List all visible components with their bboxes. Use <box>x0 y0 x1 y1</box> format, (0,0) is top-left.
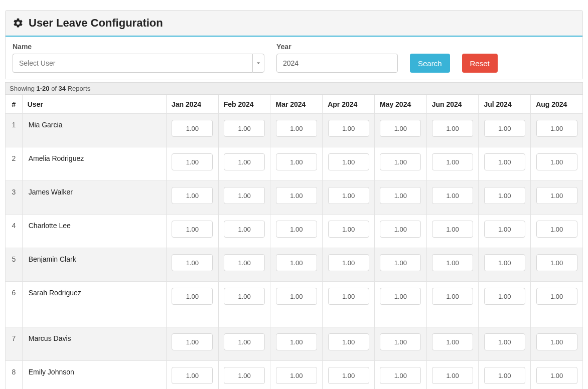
leave-value-input[interactable] <box>172 187 213 204</box>
leave-value-input[interactable] <box>224 254 265 271</box>
leave-value-input[interactable] <box>484 288 525 305</box>
summary-bar: Showing 1-20 of 34 Reports <box>5 82 583 95</box>
leave-value-input[interactable] <box>432 187 473 204</box>
row-index: 2 <box>6 147 23 181</box>
row-value-cell <box>374 282 426 327</box>
leave-value-input[interactable] <box>328 288 369 305</box>
leave-value-input[interactable] <box>172 367 213 384</box>
leave-value-input[interactable] <box>328 221 369 238</box>
row-value-cell <box>374 181 426 215</box>
leave-value-input[interactable] <box>172 120 213 137</box>
search-button[interactable]: Search <box>410 54 450 73</box>
leave-value-input[interactable] <box>380 120 421 137</box>
leave-value-input[interactable] <box>432 221 473 238</box>
leave-value-input[interactable] <box>536 153 577 170</box>
leave-value-input[interactable] <box>172 333 213 350</box>
leave-value-input[interactable] <box>484 221 525 238</box>
table-row: 2Amelia Rodriguez <box>6 147 583 181</box>
leave-value-input[interactable] <box>432 367 473 384</box>
leave-value-input[interactable] <box>224 288 265 305</box>
leave-value-input[interactable] <box>224 187 265 204</box>
leave-value-input[interactable] <box>328 367 369 384</box>
leave-value-input[interactable] <box>328 153 369 170</box>
row-value-cell <box>426 147 479 181</box>
leave-value-input[interactable] <box>536 120 577 137</box>
leave-value-input[interactable] <box>380 333 421 350</box>
leave-value-input[interactable] <box>276 120 317 137</box>
leave-value-input[interactable] <box>432 254 473 271</box>
leave-value-input[interactable] <box>276 367 317 384</box>
leave-value-input[interactable] <box>276 254 317 271</box>
leave-value-input[interactable] <box>484 153 525 170</box>
summary-total: 34 <box>59 85 66 92</box>
leave-value-input[interactable] <box>276 333 317 350</box>
leave-value-input[interactable] <box>536 288 577 305</box>
leave-table: # User Jan 2024 Feb 2024 Mar 2024 Apr 20… <box>5 95 583 389</box>
leave-value-input[interactable] <box>224 367 265 384</box>
year-input[interactable] <box>276 54 398 73</box>
summary-range: 1-20 <box>36 85 49 92</box>
reset-button[interactable]: Reset <box>462 54 498 73</box>
leave-value-input[interactable] <box>172 254 213 271</box>
leave-value-input[interactable] <box>328 333 369 350</box>
leave-value-input[interactable] <box>224 153 265 170</box>
leave-value-input[interactable] <box>380 254 421 271</box>
row-value-cell <box>167 114 219 147</box>
leave-value-input[interactable] <box>432 120 473 137</box>
leave-value-input[interactable] <box>484 367 525 384</box>
row-value-cell <box>167 147 219 181</box>
leave-value-input[interactable] <box>328 254 369 271</box>
table-header-row: # User Jan 2024 Feb 2024 Mar 2024 Apr 20… <box>6 95 583 114</box>
summary-of: of <box>50 85 59 92</box>
summary-suffix: Reports <box>66 85 90 92</box>
leave-value-input[interactable] <box>536 187 577 204</box>
row-user: Emily Johnson <box>22 361 166 390</box>
name-field: Name Select User <box>13 43 264 73</box>
name-select-display[interactable]: Select User <box>13 54 252 73</box>
leave-value-input[interactable] <box>536 221 577 238</box>
row-value-cell <box>218 215 270 248</box>
leave-value-input[interactable] <box>432 153 473 170</box>
leave-value-input[interactable] <box>224 221 265 238</box>
name-select-caret[interactable] <box>252 54 264 73</box>
leave-value-input[interactable] <box>328 120 369 137</box>
leave-value-input[interactable] <box>172 153 213 170</box>
leave-value-input[interactable] <box>328 187 369 204</box>
name-select[interactable]: Select User <box>13 54 264 73</box>
leave-value-input[interactable] <box>432 288 473 305</box>
row-value-cell <box>218 282 270 327</box>
leave-value-input[interactable] <box>224 333 265 350</box>
leave-value-input[interactable] <box>484 254 525 271</box>
row-user: Benjamin Clark <box>22 248 166 282</box>
leave-value-input[interactable] <box>536 254 577 271</box>
row-value-cell <box>323 327 375 361</box>
leave-value-input[interactable] <box>380 367 421 384</box>
leave-value-input[interactable] <box>536 367 577 384</box>
row-value-cell <box>531 215 583 248</box>
leave-value-input[interactable] <box>276 153 317 170</box>
leave-value-input[interactable] <box>380 187 421 204</box>
leave-value-input[interactable] <box>380 153 421 170</box>
col-apr: Apr 2024 <box>323 95 375 114</box>
leave-value-input[interactable] <box>380 221 421 238</box>
row-value-cell <box>426 282 479 327</box>
leave-value-input[interactable] <box>380 288 421 305</box>
row-value-cell <box>167 327 219 361</box>
leave-value-input[interactable] <box>484 333 525 350</box>
leave-value-input[interactable] <box>536 333 577 350</box>
row-value-cell <box>426 361 479 390</box>
leave-value-input[interactable] <box>432 333 473 350</box>
leave-value-input[interactable] <box>276 221 317 238</box>
leave-value-input[interactable] <box>484 120 525 137</box>
row-value-cell <box>270 327 323 361</box>
row-value-cell <box>270 248 323 282</box>
leave-value-input[interactable] <box>484 187 525 204</box>
leave-value-input[interactable] <box>276 288 317 305</box>
leave-value-input[interactable] <box>172 221 213 238</box>
leave-value-input[interactable] <box>224 120 265 137</box>
leave-value-input[interactable] <box>276 187 317 204</box>
row-value-cell <box>323 147 375 181</box>
leave-value-input[interactable] <box>172 288 213 305</box>
col-user: User <box>22 95 166 114</box>
row-value-cell <box>479 248 531 282</box>
